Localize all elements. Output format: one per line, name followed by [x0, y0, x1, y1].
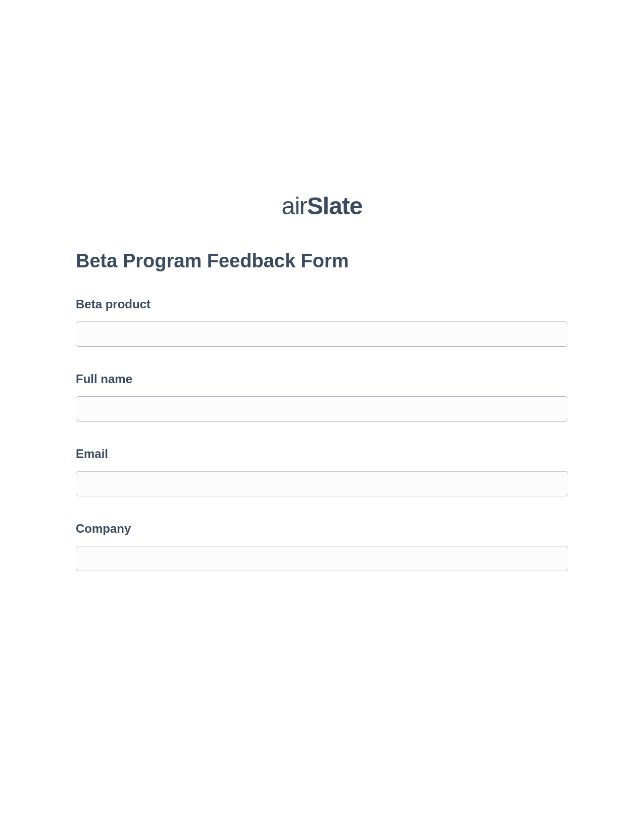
logo-part2: Slate — [307, 193, 363, 219]
input-beta-product[interactable] — [76, 321, 568, 347]
logo-text: airSlate — [281, 193, 362, 219]
field-email: Email — [76, 447, 568, 496]
input-company[interactable] — [76, 546, 568, 571]
label-company: Company — [76, 522, 568, 536]
label-email: Email — [76, 447, 568, 461]
field-company: Company — [76, 522, 568, 571]
logo-part1: air — [281, 193, 307, 219]
field-beta-product: Beta product — [76, 297, 568, 347]
label-beta-product: Beta product — [76, 297, 568, 311]
form-title: Beta Program Feedback Form — [76, 250, 568, 272]
input-email[interactable] — [76, 471, 568, 496]
brand-logo: airSlate — [76, 192, 568, 220]
label-full-name: Full name — [76, 372, 568, 386]
form-page: airSlate Beta Program Feedback Form Beta… — [0, 0, 644, 571]
field-full-name: Full name — [76, 372, 568, 422]
input-full-name[interactable] — [76, 396, 568, 422]
